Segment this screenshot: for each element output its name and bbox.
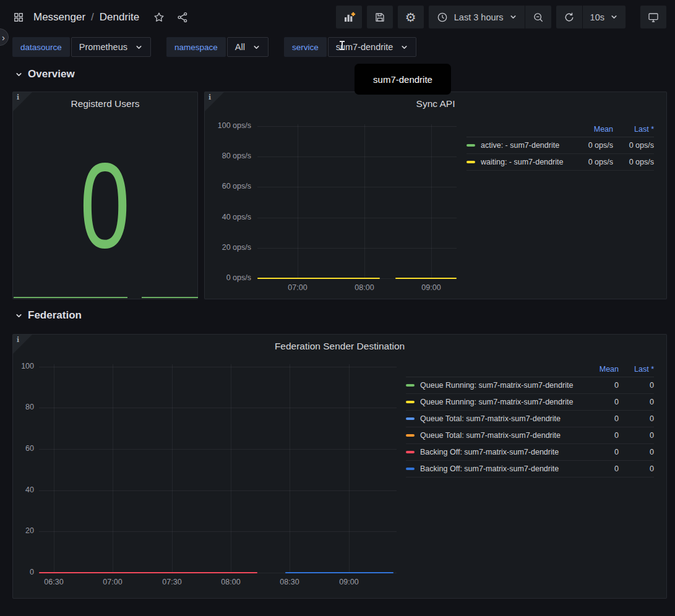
legend-last-header[interactable]: Last * [619,365,654,374]
panel-federation-sender: i Federation Sender Destination 100 80 6… [12,334,667,599]
series-color-swatch [406,384,415,387]
breadcrumb-dashboard[interactable]: Messenger [33,11,85,24]
y-axis-label: 60 [15,444,34,453]
legend-series-label[interactable]: active: - sum7-dendrite [481,141,569,150]
x-axis-label: 07:00 [282,283,313,292]
chevron-down-icon [610,13,618,21]
legend-mean-header[interactable]: Mean [578,365,619,374]
zoom-out-button[interactable] [525,6,551,28]
datasource-select[interactable]: Prometheus [71,37,151,57]
gridline-v [290,364,290,573]
variable-value: Prometheus [79,42,127,52]
legend-last-value: 0 [619,414,654,423]
gridline-h [257,156,457,157]
legend-mean-value: 0 [578,464,619,473]
legend-mean-value: 0 [578,431,619,440]
monitor-icon [647,11,660,24]
y-axis-label: 40 ops/s [210,213,251,221]
legend-series-label[interactable]: Queue Total: sum7-matrix-sum7-dendrite [420,414,578,423]
x-axis-label: 08:30 [274,578,305,586]
gridline-v [298,124,298,279]
legend-mean-header[interactable]: Mean [569,125,613,134]
gear-icon: ⚙ [405,11,416,24]
y-axis-label: 100 ops/s [210,121,251,130]
legend-series-label[interactable]: Backing Off: sum7-matrix-sum7-dendrite [420,448,578,456]
panel-registered-users: i Registerd Users 0 [12,92,198,299]
series-color-swatch [406,417,415,420]
legend-row: waiting: - sum7-dendrite 0 ops/s 0 ops/s [466,154,654,171]
x-axis-label: 07:30 [157,578,187,586]
series-line-backing-off-blue [285,572,393,573]
variable-service: service sum7-dendrite [284,37,416,57]
chevron-down-icon [400,43,408,51]
legend-series-label[interactable]: Backing Off: sum7-matrix-sum7-dendrite [420,464,578,473]
dashboard-settings-button[interactable]: ⚙ [398,6,424,28]
variable-label: service [284,37,327,57]
share-icon[interactable] [176,11,189,24]
chevron-down-icon [509,13,517,21]
y-axis-label: 20 [15,526,34,535]
variable-value: All [235,42,245,52]
section-federation[interactable]: Federation [15,309,82,322]
sparkline-segment [142,297,198,298]
y-axis-label: 40 [15,486,34,494]
panel-sync-api: i Sync API 100 ops/s 80 ops/s 60 ops/s 4… [204,92,667,299]
panel-title[interactable]: Registerd Users [13,95,197,113]
legend-series-label[interactable]: waiting: - sum7-dendrite [481,158,569,166]
legend-series-label[interactable]: Queue Running: sum7-matrix-sum7-dendrite [420,398,578,406]
legend-row: Queue Total: sum7-matrix-sum7-dendrite 0… [406,427,654,444]
section-title: Overview [28,68,75,80]
legend: Mean Last * Queue Running: sum7-matrix-s… [406,362,654,477]
gridline-h [257,248,457,249]
y-axis-label: 60 ops/s [210,182,251,190]
namespace-select[interactable]: All [227,37,269,57]
gridline-h [39,408,397,408]
panel-title[interactable]: Federation Sender Destination [13,337,666,356]
legend-mean-value: 0 [578,414,619,423]
legend-last-value: 0 [619,398,654,406]
legend-last-value: 0 [619,464,654,473]
section-title: Federation [28,309,82,322]
legend-row: active: - sum7-dendrite 0 ops/s 0 ops/s [466,137,654,154]
add-panel-button[interactable] [336,6,362,28]
y-axis-label: 20 ops/s [210,243,251,252]
chevron-down-icon [15,312,23,320]
time-range-picker[interactable]: Last 3 hours [429,6,525,28]
gridline-v [364,124,365,279]
legend-last-header[interactable]: Last * [613,125,654,134]
section-overview[interactable]: Overview [15,68,75,80]
series-color-swatch [406,401,415,403]
refresh-icon [563,11,575,24]
legend-row: Backing Off: sum7-matrix-sum7-dendrite 0… [406,461,654,477]
legend: Mean Last * active: - sum7-dendrite 0 op… [466,122,654,171]
y-axis-label: 0 ops/s [210,273,251,282]
refresh-interval-picker[interactable]: 10s [583,6,626,28]
variable-namespace: namespace All [166,37,269,57]
legend-row: Queue Total: sum7-matrix-sum7-dendrite 0… [406,411,654,427]
series-color-swatch [466,144,475,147]
gridline-h [257,187,457,187]
breadcrumb: Messenger / Dendrite [33,11,139,24]
series-color-swatch [406,451,415,453]
chevron-right-icon: › [2,32,5,43]
y-axis-label: 100 [15,362,34,370]
x-axis-label: 06:30 [38,578,69,586]
panel-title[interactable]: Sync API [205,95,666,113]
star-icon[interactable] [153,11,165,24]
apps-grid-icon[interactable] [12,11,25,24]
tv-mode-button[interactable] [640,6,666,28]
legend-series-label[interactable]: Queue Total: sum7-matrix-sum7-dendrite [420,431,578,440]
save-dashboard-button[interactable] [367,6,393,28]
gridline-h [39,367,397,367]
legend-last-value: 0 [619,431,654,440]
refresh-button[interactable] [556,6,582,28]
legend-series-label[interactable]: Queue Running: sum7-matrix-sum7-dendrite [420,381,578,390]
breadcrumb-page[interactable]: Dendrite [100,11,139,24]
series-line-backing-off-red [39,572,257,573]
legend-mean-value: 0 [578,381,619,390]
y-axis-label: 0 [15,568,34,576]
grafana-dashboard: Messenger / Dendrite [0,0,675,616]
gridline-v [113,364,113,573]
legend-header: Mean Last * [466,122,654,137]
variable-datasource: datasource Prometheus [12,37,151,57]
